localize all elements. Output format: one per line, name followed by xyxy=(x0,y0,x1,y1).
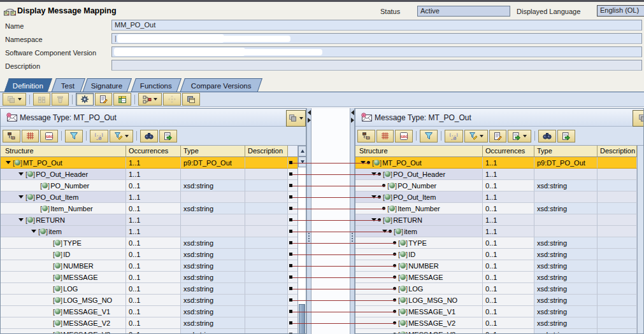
structure-cell[interactable]: []LOG_MSG_NO xyxy=(1,295,126,306)
splitter-grip[interactable] xyxy=(308,233,310,243)
occurrences-cell[interactable]: 0..1 xyxy=(483,180,534,191)
tree-row-type[interactable]: []TYPE0..1xsd:string xyxy=(1,237,297,249)
description-cell[interactable] xyxy=(245,283,288,295)
collapse-node-icon[interactable] xyxy=(18,218,24,221)
tree-row-number[interactable]: []NUMBER0..1xsd:string xyxy=(355,260,637,272)
tree-button[interactable] xyxy=(357,130,375,143)
mapping-anchor-dot[interactable] xyxy=(378,172,381,176)
type-cell[interactable]: xsd:string xyxy=(534,249,597,260)
column-header-type[interactable]: Type xyxy=(534,146,597,157)
tab-definition[interactable]: Definition xyxy=(4,78,52,92)
occurrences-cell[interactable]: 1..1 xyxy=(126,169,181,180)
structure-cell[interactable]: []Item_Number xyxy=(355,203,483,214)
mapping-anchor-dot[interactable] xyxy=(389,230,392,233)
occurrences-cell[interactable]: 1..1 xyxy=(483,214,534,226)
type-cell[interactable] xyxy=(534,214,597,226)
structure-cell[interactable]: []PO_Out_Item xyxy=(355,191,483,203)
type-cell[interactable]: xsd:string xyxy=(534,329,597,333)
occurrences-cell[interactable]: 0..1 xyxy=(483,260,534,272)
type-cell[interactable]: xsd:string xyxy=(534,283,597,295)
funnel-button[interactable] xyxy=(420,130,438,143)
column-header-description[interactable]: Description xyxy=(245,146,288,157)
type-cell[interactable]: xsd:string xyxy=(181,249,245,260)
type-cell[interactable]: xsd:string xyxy=(181,180,245,191)
description-cell[interactable] xyxy=(245,191,288,203)
tree-row-message[interactable]: []MESSAGE0..1xsd:string xyxy=(1,272,297,283)
occurrences-cell[interactable]: 0..1 xyxy=(126,295,181,306)
tree-row-po_number[interactable]: []PO_Number0..1xsd:string xyxy=(355,180,637,191)
type-cell[interactable]: xsd:string xyxy=(534,237,597,249)
move-button[interactable] xyxy=(163,93,181,106)
structure-cell[interactable]: []RETURN xyxy=(355,214,483,226)
type-cell[interactable] xyxy=(534,191,597,203)
tree-row-message_v2[interactable]: []MESSAGE_V20..1xsd:string xyxy=(1,317,297,329)
filter-button[interactable] xyxy=(464,130,488,143)
mapping-anchor-square[interactable] xyxy=(289,230,292,233)
tree-row-return[interactable]: []RETURN1..1 xyxy=(1,214,297,226)
description-cell[interactable] xyxy=(245,260,288,272)
structure-cell[interactable]: []LOG xyxy=(1,283,126,295)
mapping-anchor-dot[interactable] xyxy=(382,184,385,187)
tree-row-number[interactable]: []NUMBER0..1xsd:string xyxy=(1,260,297,272)
description-cell[interactable] xyxy=(597,283,637,295)
splitter-left[interactable] xyxy=(306,108,311,334)
mapping-anchor-dot[interactable] xyxy=(378,195,381,198)
at-button[interactable]: [..].@ xyxy=(445,130,463,143)
displayed-language-select[interactable]: English (OL) xyxy=(597,5,644,17)
mapping-anchor-dot[interactable] xyxy=(393,287,396,290)
occurrences-cell[interactable]: 1..1 xyxy=(483,191,534,203)
structure-cell[interactable]: []MESSAGE_V3 xyxy=(355,329,483,333)
occurrences-cell[interactable]: 1..1 xyxy=(126,157,181,169)
tree-row-po_out_header[interactable]: []PO_Out_Header1..1 xyxy=(1,169,297,180)
structure-cell[interactable]: []ID xyxy=(355,249,483,260)
mapping-anchor-square[interactable] xyxy=(289,275,292,279)
type-cell[interactable]: xsd:string xyxy=(181,260,245,272)
mapping-anchor-square[interactable] xyxy=(289,321,292,324)
occurrences-cell[interactable]: 1..1 xyxy=(483,169,534,180)
structure-cell[interactable]: []PO_Number xyxy=(355,180,483,191)
description-cell[interactable] xyxy=(245,157,288,169)
mapping-anchor-dot[interactable] xyxy=(367,161,370,164)
mapping-anchor-square[interactable] xyxy=(289,218,292,221)
description-cell[interactable] xyxy=(597,226,637,237)
structure-cell[interactable]: []NUMBER xyxy=(1,260,126,272)
tree-row-po_out_item[interactable]: []PO_Out_Item1..1 xyxy=(1,191,297,203)
funnel-button[interactable] xyxy=(65,130,83,143)
src-button[interactable]: SRC xyxy=(395,130,413,143)
splitter-right[interactable] xyxy=(350,108,355,334)
type-cell[interactable]: xsd:string xyxy=(534,272,597,283)
structure-cell[interactable]: []MESSAGE_V3 xyxy=(1,329,126,333)
occurrences-cell[interactable]: 0..1 xyxy=(126,317,181,329)
mapping-button[interactable] xyxy=(138,93,162,106)
trash-button[interactable] xyxy=(52,93,69,106)
description-cell[interactable] xyxy=(245,214,288,226)
description-cell[interactable] xyxy=(245,180,288,191)
type-cell[interactable]: p9:DT_PO_Out xyxy=(534,157,597,169)
scrollbar-thumb[interactable] xyxy=(299,304,305,334)
tree-row-po_out_item[interactable]: []PO_Out_Item1..1 xyxy=(355,191,637,203)
type-cell[interactable]: xsd:string xyxy=(181,306,245,317)
mapping-anchor-dot[interactable] xyxy=(393,310,396,313)
tree-row-message_v1[interactable]: []MESSAGE_V10..1xsd:string xyxy=(1,306,297,317)
type-cell[interactable] xyxy=(534,169,597,180)
occurrences-cell[interactable]: 0..1 xyxy=(483,237,534,249)
vertical-scrollbar[interactable] xyxy=(297,146,306,334)
structure-cell[interactable]: []MESSAGE_V1 xyxy=(355,306,483,317)
type-cell[interactable]: xsd:string xyxy=(181,317,245,329)
collapse-node-icon[interactable] xyxy=(382,230,387,233)
panel-menu-button[interactable] xyxy=(286,110,306,127)
description-cell[interactable] xyxy=(245,329,288,333)
tree-row-return[interactable]: []RETURN1..1 xyxy=(355,214,637,226)
tab-signature[interactable]: Signature xyxy=(82,78,132,92)
structure-cell[interactable]: []TYPE xyxy=(1,237,126,249)
mapping-anchor-square[interactable] xyxy=(289,207,292,210)
filter-button[interactable] xyxy=(110,130,133,143)
grid-button[interactable] xyxy=(22,130,39,143)
column-header-occurrences[interactable]: Occurrences xyxy=(483,146,534,157)
type-cell[interactable]: xsd:string xyxy=(181,283,245,295)
collapse-node-icon[interactable] xyxy=(18,172,24,176)
mapping-anchor-square[interactable] xyxy=(289,241,292,244)
structure-cell[interactable]: []MESSAGE xyxy=(355,272,483,283)
structure-cell[interactable]: []MESSAGE_V2 xyxy=(1,317,126,329)
occurrences-cell[interactable]: 0..1 xyxy=(483,203,534,214)
